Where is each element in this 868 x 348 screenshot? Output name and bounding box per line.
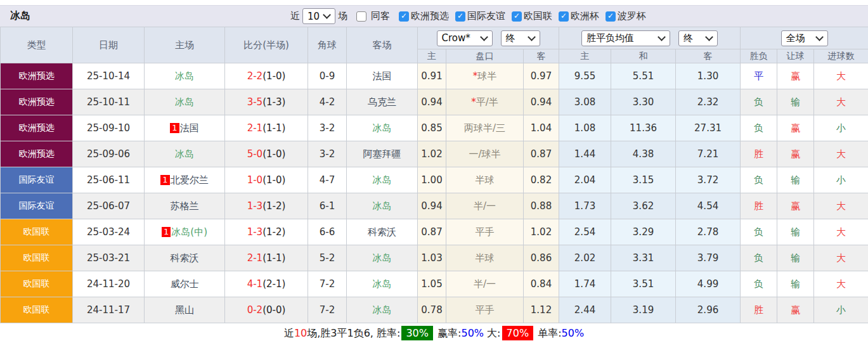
cell-handicap-result: 赢 <box>777 193 814 219</box>
odds-group-header: Crow* 终 <box>418 27 559 49</box>
cell-score: 2-2(1-0) <box>225 63 308 89</box>
team-title: 冰岛 <box>0 10 30 23</box>
header-score: 比分(半场) <box>225 27 308 63</box>
cell-date: 25-10-14 <box>73 63 145 89</box>
odds-time-select[interactable]: 终 <box>501 30 540 46</box>
cell-mean-home: 2.04 <box>559 167 611 193</box>
cell-away-team: 冰岛 <box>347 297 418 323</box>
recent-count-select[interactable]: 10 <box>302 8 335 24</box>
summary-footer: 近10场,胜3平1负6, 胜率:30% 赢率:50% 大:70% 单率:50% <box>0 326 868 340</box>
table-row: 欧国联 24-11-20 威尔士 4-1(2-1) 7-2 冰岛 1.05 半/… <box>1 271 868 297</box>
cell-date: 25-06-07 <box>73 193 145 219</box>
competition-label: 欧洲预选 <box>411 10 449 22</box>
cell-corners: 3-2 <box>308 141 347 167</box>
cell-mean-away: 2.32 <box>676 89 741 115</box>
chevron-down-icon <box>705 33 713 41</box>
cell-corners: 5-2 <box>308 245 347 271</box>
cell-mean-away: 4.54 <box>676 193 741 219</box>
cell-competition: 欧洲预选 <box>1 141 73 167</box>
cell-handicap-line: *平/半 <box>446 89 524 115</box>
cell-odds-away: 0.97 <box>524 63 559 89</box>
cell-corners: 3-2 <box>308 115 347 141</box>
cell-away-team: 冰岛 <box>347 193 418 219</box>
cell-odds-away: 0.94 <box>524 89 559 115</box>
cell-handicap-line: 半/一 <box>446 193 524 219</box>
cell-mean-home: 1.74 <box>559 271 611 297</box>
cell-handicap-result: 赢 <box>777 63 814 89</box>
cell-handicap-line: *球半 <box>446 63 524 89</box>
cell-result: 负 <box>741 271 777 297</box>
cell-mean-draw: 3.19 <box>611 297 676 323</box>
competition-label: 国际友谊 <box>467 10 505 22</box>
games-label: 场 <box>338 10 347 22</box>
cell-score: 2-1(1-1) <box>225 245 308 271</box>
cell-mean-home: 2.02 <box>559 245 611 271</box>
competition-checkbox[interactable] <box>606 11 616 22</box>
cell-result: 胜 <box>741 193 777 219</box>
header-mean-away: 客 <box>676 49 741 63</box>
cell-handicap-line: 半球 <box>446 245 524 271</box>
cell-goals-result: 大 <box>814 219 868 245</box>
cell-away-team: 科索沃 <box>347 219 418 245</box>
cell-handicap-result: 赢 <box>777 115 814 141</box>
changed-line-star: * <box>473 70 478 82</box>
summary-text: 近10场,胜3平1负6, 胜率:30% 赢率:50% 大:70% 单率:50% <box>284 327 584 339</box>
cell-handicap-result: 输 <box>777 245 814 271</box>
cell-handicap-line: 两球半/三 <box>446 115 524 141</box>
cell-goals-result: 大 <box>814 271 868 297</box>
cell-competition: 欧洲预选 <box>1 89 73 115</box>
cell-odds-away: 0.87 <box>524 141 559 167</box>
cell-score: 1-0(1-0) <box>225 167 308 193</box>
same-away-label: 同客 <box>371 10 390 22</box>
cell-odds-away: 0.84 <box>524 271 559 297</box>
cell-result: 胜 <box>741 297 777 323</box>
competition-checkbox[interactable] <box>512 11 522 22</box>
live-flag-icon: 1 <box>170 123 179 133</box>
cell-mean-draw: 11.36 <box>611 115 676 141</box>
mean-time-select[interactable]: 终 <box>678 30 718 46</box>
cell-corners: 4-7 <box>308 167 347 193</box>
matches-table: 类型 日期 主场 比分(半场) 角球 客场 Crow* 终 胜平负均值 终 <box>0 27 868 323</box>
cell-result: 胜 <box>741 141 777 167</box>
table-row: 欧国联 25-03-21 科索沃 2-1(1-1) 5-2 冰岛 1.03 半球… <box>1 245 868 271</box>
cell-mean-draw: 3.15 <box>611 167 676 193</box>
rate-badge: 70% <box>502 326 534 340</box>
cell-odds-home: 0.85 <box>418 115 446 141</box>
header-odds-away: 客 <box>524 49 559 63</box>
cell-odds-home: 1.00 <box>418 167 446 193</box>
cell-competition: 国际友谊 <box>1 167 73 193</box>
cell-mean-away: 7.21 <box>676 141 741 167</box>
mean-type-select[interactable]: 胜平负均值 <box>581 30 670 46</box>
cell-odds-home: 0.87 <box>418 219 446 245</box>
filter-controls: 近 10 场 同客 欧洲预选国际友谊欧国联欧洲杯波罗杯 <box>288 8 646 24</box>
cell-date: 24-11-20 <box>73 271 145 297</box>
table-row: 国际友谊 25-06-11 1北爱尔兰 1-0(1-0) 4-7 冰岛 1.00… <box>1 167 868 193</box>
cell-away-team: 阿塞拜疆 <box>347 141 418 167</box>
bookmaker-select[interactable]: Crow* <box>437 30 493 46</box>
header-corners: 角球 <box>308 27 347 63</box>
cell-goals-result: 大 <box>814 63 868 89</box>
scope-select[interactable]: 全场 <box>781 30 828 46</box>
same-away-checkbox[interactable] <box>356 11 366 22</box>
header-mean-home: 主 <box>559 49 611 63</box>
cell-competition: 欧洲预选 <box>1 63 73 89</box>
header-date: 日期 <box>73 27 145 63</box>
cell-score: 1-3(1-2) <box>225 219 308 245</box>
competition-checkbox[interactable] <box>559 11 569 22</box>
cell-handicap-result: 输 <box>777 89 814 115</box>
cell-odds-home: 0.94 <box>418 89 446 115</box>
competition-checkbox[interactable] <box>399 11 409 22</box>
cell-odds-away: 0.88 <box>524 193 559 219</box>
cell-mean-draw: 3.31 <box>611 245 676 271</box>
cell-odds-away: 1.12 <box>524 297 559 323</box>
chevron-down-icon <box>528 33 536 41</box>
table-row: 国际友谊 25-06-07 苏格兰 1-3(1-2) 6-1 冰岛 0.94 半… <box>1 193 868 219</box>
cell-score: 5-0(1-0) <box>225 141 308 167</box>
cell-mean-draw: 5.51 <box>611 63 676 89</box>
cell-odds-home: 0.94 <box>418 193 446 219</box>
header-odds-home: 主 <box>418 49 446 63</box>
competition-checkbox[interactable] <box>455 11 465 22</box>
cell-home-team: 1冰岛(中) <box>145 219 225 245</box>
mean-group-header: 胜平负均值 终 <box>559 27 741 49</box>
cell-mean-away: 2.78 <box>676 219 741 245</box>
